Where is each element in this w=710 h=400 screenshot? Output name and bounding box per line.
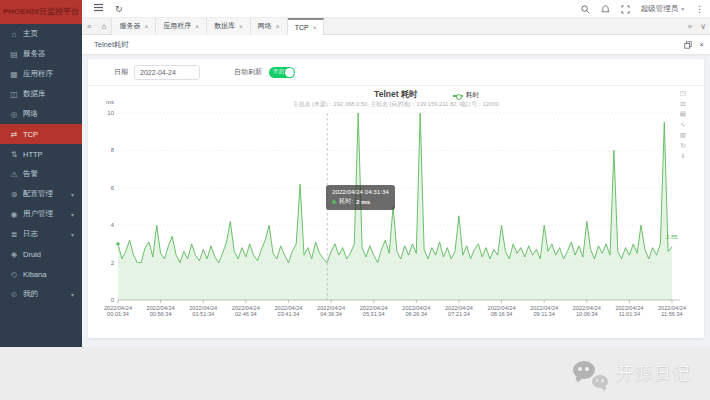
- close-tab-icon[interactable]: ×: [195, 23, 199, 30]
- watermark: 开源日记: [573, 360, 692, 388]
- kibana-icon: ◇: [9, 270, 19, 279]
- home-tab[interactable]: ⌂: [96, 18, 112, 34]
- user-mgmt-icon: ◉: [9, 210, 19, 219]
- home-icon: ⌂: [9, 30, 19, 39]
- hamburger-icon[interactable]: [94, 0, 103, 18]
- sidebar-item-tcp[interactable]: ⇄TCP: [0, 124, 82, 144]
- sidebar-item-user-mgmt[interactable]: ◉用户管理▾: [0, 204, 82, 224]
- tabs-dropdown-icon[interactable]: ∨: [700, 22, 706, 31]
- svg-text:4: 4: [111, 222, 115, 228]
- svg-text:06:26:34: 06:26:34: [405, 311, 427, 317]
- sidebar-item-application[interactable]: ▦应用程序: [0, 64, 82, 84]
- auto-refresh-toggle[interactable]: 开启: [269, 67, 295, 78]
- chevron-down-icon: ▾: [71, 291, 74, 298]
- switch-line-icon[interactable]: ∿: [680, 121, 686, 129]
- svg-text:2022/04/24: 2022/04/24: [488, 305, 516, 311]
- http-icon: ⇅: [9, 150, 19, 159]
- collapse-tabs-icon[interactable]: «: [87, 22, 91, 31]
- zoom-restore-icon[interactable]: ⊡: [680, 100, 686, 108]
- tab-server[interactable]: 服务器×: [112, 18, 156, 35]
- sidebar-item-label: 主页: [23, 29, 38, 39]
- area-zoom-icon[interactable]: ◳: [680, 89, 686, 97]
- sidebar-item-home[interactable]: ⌂主页: [0, 24, 82, 44]
- tab-database[interactable]: 数据库×: [207, 18, 251, 35]
- svg-text:05:31:34: 05:31:34: [363, 311, 385, 317]
- top-navbar: ↻ 超级管理员 ▾ ⋮: [82, 0, 710, 18]
- mine-icon: ☺: [9, 290, 19, 299]
- alert-icon: ⚠: [9, 170, 19, 179]
- svg-text:2022/04/24: 2022/04/24: [658, 305, 686, 311]
- svg-text:2022/04/24: 2022/04/24: [189, 305, 217, 311]
- save-image-icon[interactable]: ⇓: [680, 152, 686, 160]
- auto-refresh-label: 自动刷新: [234, 67, 262, 77]
- svg-text:2022/04/24: 2022/04/24: [317, 305, 345, 311]
- window-restore-icon[interactable]: [684, 41, 692, 49]
- sidebar-item-label: 我的: [23, 289, 38, 299]
- tabs-overflow-icon[interactable]: »: [688, 22, 692, 31]
- chevron-down-icon: ▾: [71, 211, 74, 218]
- svg-text:11:56:34: 11:56:34: [661, 311, 682, 317]
- page-header: Telnet耗时 ×: [82, 35, 710, 54]
- server-icon: ▤: [9, 50, 19, 59]
- close-tab-icon[interactable]: ×: [239, 23, 243, 30]
- svg-text:07:21:34: 07:21:34: [448, 311, 470, 317]
- network-icon: ◎: [9, 110, 19, 119]
- logs-icon: ≣: [9, 230, 19, 239]
- tab-tcp[interactable]: TCP×: [288, 18, 325, 35]
- close-tab-icon[interactable]: ×: [144, 23, 148, 30]
- user-menu[interactable]: 超级管理员 ▾: [641, 4, 684, 14]
- svg-text:08:16:34: 08:16:34: [491, 311, 513, 317]
- sidebar-item-http[interactable]: ⇅HTTP: [0, 144, 82, 164]
- chevron-down-icon: ▾: [71, 191, 74, 198]
- sidebar-item-config-mgmt[interactable]: ⊛配置管理▾: [0, 184, 82, 204]
- tab-network[interactable]: 网络×: [251, 18, 288, 35]
- svg-text:6: 6: [111, 185, 115, 191]
- sidebar-item-druid[interactable]: ◈Druid: [0, 244, 82, 264]
- svg-text:03:41:34: 03:41:34: [278, 311, 300, 317]
- sidebar-item-label: HTTP: [23, 150, 43, 159]
- tab-application[interactable]: 应用程序×: [156, 18, 207, 35]
- sidebar-item-network[interactable]: ◎网络: [0, 104, 82, 124]
- switch-bar-icon[interactable]: ▥: [680, 131, 686, 139]
- tcp-icon: ⇄: [9, 130, 19, 139]
- message-icon[interactable]: [601, 5, 610, 14]
- app-logo: PHOENIX云监控平台: [0, 0, 82, 24]
- database-icon: ◫: [9, 90, 19, 99]
- bottom-band: 开源日记: [0, 347, 710, 400]
- close-icon[interactable]: ×: [699, 40, 704, 49]
- svg-text:2022/04/24: 2022/04/24: [147, 305, 175, 311]
- close-tab-icon[interactable]: ×: [276, 23, 280, 30]
- sidebar: PHOENIX云监控平台 ⌂主页▤服务器▦应用程序◫数据库◎网络⇄TCP⇅HTT…: [0, 0, 82, 347]
- navbar-right: 超级管理员 ▾ ⋮: [581, 0, 704, 18]
- refresh-icon[interactable]: ↻: [115, 0, 123, 18]
- toggle-knob: [285, 68, 294, 77]
- fullscreen-icon[interactable]: [621, 5, 630, 14]
- chart-restore-icon[interactable]: ↻: [680, 142, 686, 150]
- toggle-on-text: 开启: [273, 68, 284, 75]
- chart-toolbox: ◳⊡▤∿▥↻⇓: [680, 89, 686, 160]
- sidebar-item-mine[interactable]: ☺我的▾: [0, 284, 82, 304]
- wechat-logo-icon: [573, 360, 609, 388]
- sidebar-item-label: 日志: [23, 229, 38, 239]
- sidebar-item-alert[interactable]: ⚠告警: [0, 164, 82, 184]
- svg-text:01:51:34: 01:51:34: [192, 311, 214, 317]
- svg-text:00:56:34: 00:56:34: [150, 311, 172, 317]
- tab-label: 服务器: [119, 21, 140, 31]
- page-title: Telnet耗时: [94, 40, 129, 50]
- date-label: 日期: [114, 67, 128, 77]
- svg-text:8: 8: [111, 147, 115, 153]
- sidebar-item-database[interactable]: ◫数据库: [0, 84, 82, 104]
- sidebar-item-label: 服务器: [23, 49, 46, 59]
- sidebar-item-kibana[interactable]: ◇Kibana: [0, 264, 82, 284]
- chevron-down-icon: ▾: [71, 231, 74, 238]
- sidebar-item-logs[interactable]: ≣日志▾: [0, 224, 82, 244]
- date-input[interactable]: [134, 65, 200, 80]
- data-view-icon[interactable]: ▤: [680, 110, 686, 118]
- more-vertical-icon[interactable]: ⋮: [695, 4, 704, 14]
- close-tab-icon[interactable]: ×: [313, 24, 317, 31]
- search-icon[interactable]: [581, 5, 590, 14]
- svg-text:0: 0: [111, 297, 115, 303]
- svg-text:2022/04/24: 2022/04/24: [615, 305, 643, 311]
- sidebar-item-server[interactable]: ▤服务器: [0, 44, 82, 64]
- sidebar-item-label: TCP: [23, 130, 38, 139]
